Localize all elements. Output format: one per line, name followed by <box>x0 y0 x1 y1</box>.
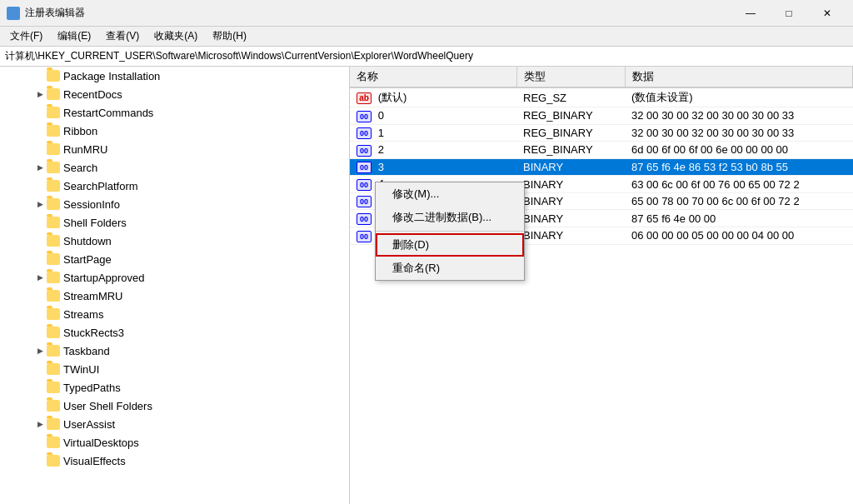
menu-view[interactable]: 查看(V) <box>99 27 146 45</box>
context-menu: 修改(M)... 修改二进制数据(B)... 删除(D) 重命名(R) <box>375 182 525 281</box>
tree-arrow <box>33 436 47 449</box>
folder-icon <box>47 217 60 228</box>
tree-label: VirtualDesktops <box>63 437 139 449</box>
right-panel: 名称 类型 数据 ab (默认) REG_SZ (数值未设置) <box>350 67 853 504</box>
tree-label: Ribbon <box>63 125 97 137</box>
tree-arrow <box>33 106 47 119</box>
reg-icon-binary: 00 <box>357 213 372 225</box>
tree-label: Shell Folders <box>63 217 127 229</box>
folder-icon <box>47 437 60 448</box>
tree-arrow <box>33 362 47 376</box>
menu-file[interactable]: 文件(F) <box>3 27 49 45</box>
folder-icon <box>47 400 60 412</box>
tree-item-startupapproved[interactable]: ▶ StartupApproved <box>0 268 349 287</box>
tree-item-userassist[interactable]: ▶ UserAssist <box>0 415 349 433</box>
tree-item-sessioninfo[interactable]: ▶ SessionInfo <box>0 195 349 213</box>
tree-item-shutdown[interactable]: Shutdown <box>0 232 349 250</box>
table-row[interactable]: ab (默认) REG_SZ (数值未设置) <box>350 87 853 107</box>
folder-icon <box>47 382 60 393</box>
tree-arrow <box>33 381 47 394</box>
reg-type: REG_BINARY <box>516 142 625 159</box>
col-data: 数据 <box>625 67 853 87</box>
menu-favorites[interactable]: 收藏夹(A) <box>147 27 204 45</box>
tree-item-streams[interactable]: Streams <box>0 305 349 323</box>
tree-label: Streams <box>63 308 103 321</box>
context-menu-modify[interactable]: 修改(M)... <box>376 182 524 206</box>
tree-label: TWinUI <box>63 363 99 376</box>
tree-label: TypedPaths <box>63 382 121 394</box>
folder-icon <box>47 125 60 137</box>
tree-item-package-installation[interactable]: Package Installation <box>0 67 349 85</box>
reg-data: (数值未设置) <box>625 87 853 107</box>
app-icon <box>7 7 20 20</box>
address-path: 计算机\HKEY_CURRENT_USER\Software\Microsoft… <box>5 49 473 63</box>
tree-label: Package Installation <box>63 70 160 82</box>
reg-icon-binary: 00 <box>357 196 372 207</box>
tree-label: StartupApproved <box>63 272 145 284</box>
reg-data: 32 00 30 00 32 00 30 00 30 00 33 <box>625 124 853 142</box>
reg-type: REG_BINARY <box>516 124 625 142</box>
tree-item-recentdocs[interactable]: ▶ RecentDocs <box>0 85 349 103</box>
reg-type: BINARY <box>516 210 625 227</box>
context-menu-rename[interactable]: 重命名(R) <box>376 257 524 280</box>
folder-icon <box>47 143 60 155</box>
table-row[interactable]: 00 2 REG_BINARY 6d 00 6f 00 6f 00 6e 00 … <box>350 142 853 159</box>
menu-help[interactable]: 帮助(H) <box>206 27 253 45</box>
tree-label: RestartCommands <box>63 107 153 119</box>
registry-scroll[interactable]: 名称 类型 数据 ab (默认) REG_SZ (数值未设置) <box>350 67 853 504</box>
reg-data: 65 00 78 00 70 00 6c 00 6f 00 72 2 <box>625 192 853 210</box>
tree-item-restartcommands[interactable]: RestartCommands <box>0 103 349 122</box>
tree-item-shellfolders[interactable]: Shell Folders <box>0 213 349 232</box>
tree-item-runmru[interactable]: RunMRU <box>0 140 349 158</box>
tree-arrow <box>33 307 47 321</box>
tree-arrow: ▶ <box>33 417 47 431</box>
tree-label: SessionInfo <box>63 198 120 211</box>
reg-name: 00 3 <box>350 158 516 176</box>
tree-item-streammru[interactable]: StreamMRU <box>0 287 349 305</box>
tree-item-typedpaths[interactable]: TypedPaths <box>0 378 349 397</box>
tree-item-virtualdesktops[interactable]: VirtualDesktops <box>0 433 349 452</box>
folder-icon <box>47 290 60 302</box>
table-row[interactable]: 00 1 REG_BINARY 32 00 30 00 32 00 30 00 … <box>350 124 853 142</box>
tree-label: UserAssist <box>63 418 115 431</box>
svg-rect-2 <box>8 14 12 18</box>
table-row-selected[interactable]: 00 3 BINARY 87 65 f6 4e 86 53 f2 53 b0 8… <box>350 158 853 176</box>
folder-icon <box>47 455 60 467</box>
tree-arrow <box>33 252 47 266</box>
tree-arrow <box>33 142 47 156</box>
tree-item-stuckrects3[interactable]: StuckRects3 <box>0 323 349 342</box>
reg-icon-binary: 00 <box>357 179 372 191</box>
menu-edit[interactable]: 编辑(E) <box>51 27 97 45</box>
minimize-button[interactable]: — <box>731 0 770 27</box>
tree-item-twinui[interactable]: TWinUI <box>0 360 349 378</box>
close-button[interactable]: ✕ <box>808 0 846 27</box>
reg-type: REG_SZ <box>516 87 625 107</box>
table-row[interactable]: 00 0 REG_BINARY 32 00 30 00 32 00 30 00 … <box>350 107 853 125</box>
reg-name: 00 0 <box>350 107 516 125</box>
tree-arrow <box>33 216 47 229</box>
tree-label: SearchPlatform <box>63 180 138 192</box>
tree-item-search[interactable]: ▶ Search <box>0 158 349 177</box>
folder-icon <box>47 327 60 338</box>
tree-label: Search <box>63 162 97 174</box>
folder-icon <box>47 162 60 173</box>
tree-item-visualeffects[interactable]: VisualEffects <box>0 452 349 470</box>
context-menu-delete[interactable]: 删除(D) <box>376 233 524 257</box>
folder-icon <box>47 345 60 357</box>
svg-rect-3 <box>14 14 18 18</box>
tree-label: RecentDocs <box>63 88 122 101</box>
tree-item-searchplatform[interactable]: SearchPlatform <box>0 177 349 195</box>
tree-item-taskband[interactable]: ▶ Taskband <box>0 342 349 360</box>
tree-item-usershellfolders[interactable]: User Shell Folders <box>0 397 349 415</box>
tree-panel[interactable]: Package Installation ▶ RecentDocs Restar… <box>0 67 350 504</box>
maximize-button[interactable]: □ <box>770 0 808 27</box>
tree-item-ribbon[interactable]: Ribbon <box>0 122 349 140</box>
tree-arrow <box>33 234 47 247</box>
tree-arrow <box>33 179 47 192</box>
tree-item-startpage[interactable]: StartPage <box>0 250 349 268</box>
tree-arrow: ▶ <box>33 197 47 211</box>
reg-type: REG_BINARY <box>516 107 625 125</box>
tree-arrow <box>33 454 47 467</box>
reg-name: ab (默认) <box>350 87 516 107</box>
context-menu-modify-binary[interactable]: 修改二进制数据(B)... <box>376 206 524 229</box>
